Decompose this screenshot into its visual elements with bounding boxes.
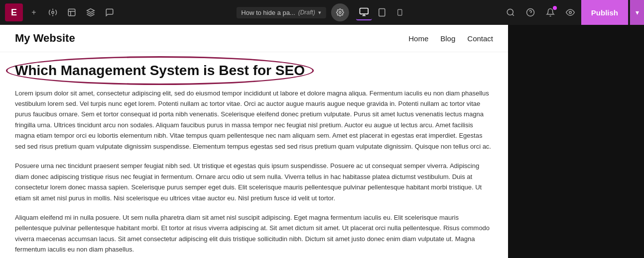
toolbar: E + How to hide a pa... (Draft) ▾ — [0, 0, 644, 25]
article-title-wrapper: Which Management System is Best for SEO — [15, 62, 305, 79]
publish-dropdown-button[interactable]: ▾ — [630, 0, 644, 25]
toolbar-right: Publish ▾ — [502, 0, 644, 25]
page-content: My Website Home Blog Contact Which Manag… — [0, 25, 508, 258]
nav-home[interactable]: Home — [408, 34, 428, 43]
svg-rect-13 — [398, 9, 402, 15]
layers-icon[interactable] — [83, 4, 99, 20]
article-paragraph-2: Posuere urna nec tincidunt praesent semp… — [15, 161, 493, 203]
page-body: Which Management System is Best for SEO … — [0, 52, 508, 258]
site-navigation: Home Blog Contact — [408, 34, 493, 43]
desktop-view-button[interactable] — [356, 4, 372, 20]
page-title-bar[interactable]: How to hide a pa... (Draft) ▾ — [236, 7, 326, 18]
svg-point-15 — [507, 9, 513, 15]
right-panel — [508, 25, 644, 258]
site-header: My Website Home Blog Contact — [0, 25, 508, 52]
logo-letter: E — [11, 7, 17, 18]
preview-button[interactable] — [561, 3, 579, 21]
elementor-logo[interactable]: E — [5, 3, 23, 21]
svg-rect-8 — [360, 8, 368, 14]
article-title: Which Management System is Best for SEO — [15, 62, 305, 79]
title-dropdown-icon: ▾ — [318, 9, 321, 16]
svg-rect-11 — [379, 9, 385, 16]
add-button[interactable]: + — [26, 4, 42, 20]
view-icons — [356, 4, 408, 20]
templates-icon[interactable] — [64, 4, 80, 20]
svg-rect-3 — [68, 9, 75, 16]
customize-icon[interactable] — [45, 4, 61, 20]
svg-point-0 — [52, 11, 54, 14]
mobile-view-button[interactable] — [392, 4, 408, 20]
nav-contact[interactable]: Contact — [467, 34, 493, 43]
article-paragraph-3: Aliquam eleifend mi in nulla posuere. Ut… — [15, 212, 493, 255]
toolbar-left: E + — [0, 3, 123, 21]
nav-blog[interactable]: Blog — [440, 34, 455, 43]
svg-point-19 — [569, 11, 572, 14]
article-paragraph-1: Lorem ipsum dolor sit amet, consectetur … — [15, 88, 493, 152]
search-button[interactable] — [502, 3, 519, 21]
page-settings-button[interactable] — [331, 3, 349, 21]
chat-icon[interactable] — [102, 4, 118, 20]
page-title: How to hide a pa... — [241, 9, 295, 16]
help-button[interactable] — [521, 3, 539, 21]
toolbar-center: How to hide a pa... (Draft) ▾ — [236, 3, 407, 21]
svg-point-7 — [339, 11, 341, 13]
canvas-area: My Website Home Blog Contact Which Manag… — [0, 25, 644, 258]
notifications-button[interactable] — [541, 3, 559, 21]
svg-marker-6 — [87, 9, 95, 13]
site-logo: My Website — [15, 32, 75, 45]
notification-dot — [553, 6, 557, 10]
publish-button[interactable]: Publish — [581, 0, 628, 25]
draft-label: (Draft) — [298, 9, 315, 16]
tablet-view-button[interactable] — [374, 4, 390, 20]
publish-dropdown-icon: ▾ — [636, 8, 639, 16]
svg-line-16 — [512, 14, 514, 15]
